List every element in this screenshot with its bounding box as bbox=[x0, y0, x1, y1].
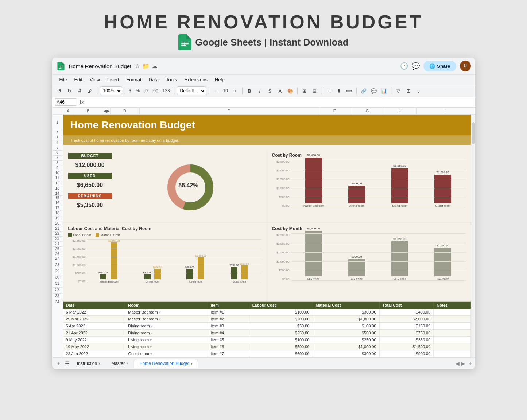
borders-button[interactable]: ⊞ bbox=[300, 86, 309, 95]
row-13: 13 bbox=[52, 186, 63, 191]
col-e[interactable]: E bbox=[140, 108, 318, 114]
col-g[interactable]: G bbox=[351, 108, 384, 114]
tab-home-renovation[interactable]: Home Renovation Budget ▾ bbox=[134, 359, 198, 368]
lm-title: Labour Cost and Material Cost by Room bbox=[68, 226, 261, 231]
legend-material-label: Material Cost bbox=[101, 233, 120, 237]
font-size-dec[interactable]: − bbox=[212, 86, 220, 95]
col-h[interactable]: H bbox=[384, 108, 417, 114]
tab-master[interactable]: Master ▾ bbox=[106, 359, 133, 368]
add-sheet-button[interactable]: + bbox=[469, 360, 472, 367]
cloud-icon[interactable]: ☁ bbox=[152, 63, 158, 70]
add-tab-button[interactable]: + bbox=[55, 360, 63, 367]
cell-reference[interactable] bbox=[55, 98, 77, 106]
font-color-button[interactable]: A bbox=[276, 86, 284, 95]
comment-button[interactable]: 💬 bbox=[369, 86, 378, 95]
lm-labour-4 bbox=[231, 267, 237, 279]
sheet-title-row: Home Renovation Budget bbox=[63, 115, 471, 135]
menu-help[interactable]: Help bbox=[212, 75, 228, 84]
filter-button[interactable]: ▽ bbox=[394, 86, 403, 95]
menu-extensions[interactable]: Extensions bbox=[181, 75, 210, 84]
cbr-bar-4 bbox=[434, 175, 451, 203]
col-a[interactable]: A bbox=[63, 108, 74, 114]
decimal-inc: .00 bbox=[151, 88, 160, 93]
tab-menu-button[interactable]: ☰ bbox=[63, 361, 71, 366]
strikethrough-button[interactable]: S bbox=[266, 86, 274, 95]
cbr-val-1: $2,400.00 bbox=[307, 153, 320, 157]
folder-icon[interactable]: 📁 bbox=[142, 63, 150, 70]
menu-data[interactable]: Data bbox=[146, 75, 162, 84]
cbr-lbl-1: Master Bedroom bbox=[303, 204, 324, 207]
italic-button[interactable]: I bbox=[255, 86, 264, 95]
cbm-bars-container: $2,400.00 Mar 2022 $900.00 Apr 2022 bbox=[291, 233, 466, 281]
svg-rect-8 bbox=[59, 68, 61, 69]
cell-date: 21 Apr 2022 bbox=[63, 330, 125, 337]
star-icon[interactable]: ☆ bbox=[135, 63, 140, 70]
scrollbar[interactable] bbox=[471, 115, 475, 357]
expand-button[interactable]: ⌄ bbox=[414, 86, 423, 95]
menu-tools[interactable]: Tools bbox=[163, 75, 180, 84]
row-28: 28 bbox=[52, 263, 63, 269]
history-icon[interactable]: 🕐 bbox=[400, 62, 408, 70]
cbm-bar-4: $1,500.00 Jun 2022 bbox=[423, 244, 462, 281]
row-9: 9 bbox=[52, 166, 63, 171]
menu-view[interactable]: View bbox=[87, 75, 103, 84]
cell-total: $900.00 bbox=[379, 350, 434, 357]
col-d[interactable]: D bbox=[111, 108, 140, 114]
merge-button[interactable]: ⊟ bbox=[310, 86, 319, 95]
legend-material-color bbox=[96, 233, 99, 237]
toolbar-sep-5 bbox=[242, 87, 243, 94]
legend-labour: Labour Cost bbox=[68, 233, 91, 237]
tab-scroll-left[interactable]: ◀ bbox=[456, 361, 460, 366]
th-material: Material Cost bbox=[313, 302, 379, 309]
formula-input[interactable] bbox=[86, 100, 472, 105]
chart-button[interactable]: 📊 bbox=[380, 86, 388, 95]
align-v[interactable]: ⬇ bbox=[335, 86, 344, 95]
share-button[interactable]: 🌐 Share bbox=[423, 61, 456, 71]
menu-format[interactable]: Format bbox=[123, 75, 144, 84]
tab-scroll-right[interactable]: ▶ bbox=[461, 361, 465, 366]
tab-instruction[interactable]: Instruction ▾ bbox=[72, 359, 105, 368]
redo-button[interactable]: ↻ bbox=[65, 86, 74, 95]
bold-button[interactable]: B bbox=[245, 86, 254, 95]
col-bc[interactable]: ◀▶ bbox=[103, 108, 111, 114]
cell-labour: $250.00 bbox=[249, 330, 313, 337]
scrollbar-thumb[interactable] bbox=[472, 122, 475, 144]
remaining-value: $5,350.00 bbox=[68, 201, 112, 211]
cell-date: 19 May 2022 bbox=[63, 343, 125, 350]
print-button[interactable]: 🖨 bbox=[75, 86, 84, 95]
function-button[interactable]: Σ bbox=[404, 86, 413, 95]
menu-edit[interactable]: Edit bbox=[71, 75, 85, 84]
text-wrap[interactable]: ⟺ bbox=[345, 86, 354, 95]
zoom-select[interactable]: 100% bbox=[100, 86, 122, 95]
lm-material-1 bbox=[111, 242, 117, 279]
comment-icon[interactable]: 💬 bbox=[412, 62, 420, 70]
cell-labour: $50.00 bbox=[249, 323, 313, 330]
cbr-bar-2 bbox=[348, 186, 365, 203]
budget-label: BUDGET bbox=[68, 153, 112, 159]
fill-color-button[interactable]: 🎨 bbox=[286, 86, 295, 95]
link-button[interactable]: 🔗 bbox=[359, 86, 368, 95]
undo-button[interactable]: ↺ bbox=[55, 86, 64, 95]
legend-labour-label: Labour Cost bbox=[73, 233, 91, 237]
lm-bars-pair-4: $700.00 $800.00 bbox=[230, 262, 249, 279]
font-size-inc[interactable]: + bbox=[231, 86, 240, 95]
col-b[interactable]: B bbox=[74, 108, 103, 114]
cbr-y0: $0.00 bbox=[272, 204, 290, 207]
align-left[interactable]: ≡ bbox=[325, 86, 333, 95]
row-21: 21 bbox=[52, 226, 63, 232]
cbr-bars: $2,400.00 Master Bedroom $900.00 Dining … bbox=[291, 160, 466, 207]
menu-file[interactable]: File bbox=[57, 75, 70, 84]
cell-notes bbox=[434, 343, 470, 350]
paint-format-button[interactable]: 🖌 bbox=[86, 86, 94, 95]
bar-guest-room: $1,500.00 Guest room bbox=[423, 171, 462, 207]
font-name-select[interactable]: Default... bbox=[177, 86, 206, 95]
cell-date: 25 Mar 2022 bbox=[63, 316, 125, 323]
cbm-bar-rect-1 bbox=[305, 231, 322, 276]
table-row: 6 Mar 2022 Master Bedroom ▾ Item #1 $100… bbox=[63, 309, 471, 316]
page-title: HOME RENOVATION BUDGET bbox=[104, 11, 423, 33]
page-subtitle: Google Sheets | Instant Download bbox=[104, 34, 423, 50]
col-f[interactable]: F bbox=[318, 108, 351, 114]
menu-insert[interactable]: Insert bbox=[104, 75, 122, 84]
col-i[interactable]: I bbox=[417, 108, 475, 114]
used-value: $6,650.00 bbox=[68, 180, 112, 191]
